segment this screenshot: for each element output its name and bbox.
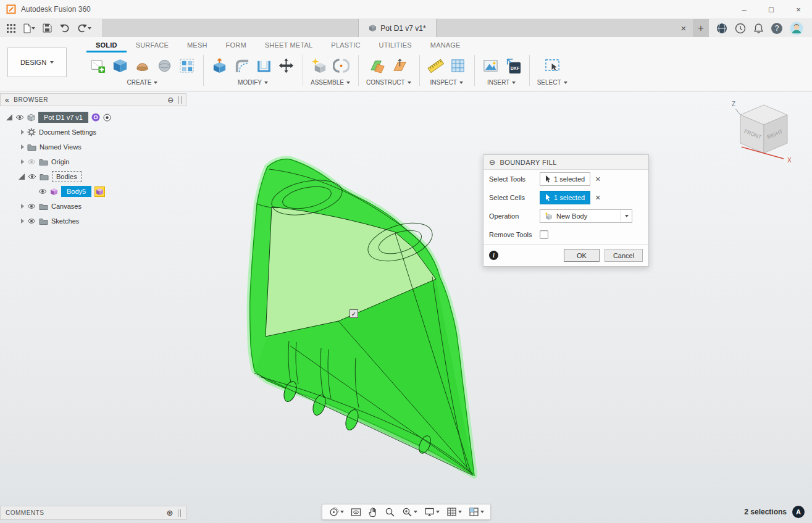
user-avatar[interactable]	[790, 22, 803, 35]
workspace-switcher[interactable]: DESIGN	[7, 48, 67, 77]
sphere-button[interactable]	[156, 57, 173, 74]
collapse-dialog-icon[interactable]: ⊖	[489, 158, 495, 167]
new-tab-button[interactable]: +	[693, 19, 709, 37]
modify-group-button[interactable]: MODIFY	[238, 79, 268, 86]
clear-cells-button[interactable]: ×	[595, 193, 600, 203]
expand-icon[interactable]	[21, 130, 24, 135]
visibility-eye-icon[interactable]	[27, 218, 36, 224]
view-cube[interactable]: Z FRONT RIGHT X	[727, 96, 801, 167]
pan-button[interactable]	[366, 504, 380, 519]
minimize-button[interactable]: –	[730, 0, 758, 19]
look-at-button[interactable]	[348, 504, 364, 519]
revolve-button[interactable]	[134, 57, 151, 74]
visibility-eye-icon[interactable]	[38, 188, 47, 195]
press-pull-button[interactable]	[211, 57, 228, 74]
tab-mesh[interactable]: MESH	[178, 37, 217, 52]
expand-icon[interactable]	[19, 174, 25, 180]
maximize-button[interactable]: □	[758, 0, 785, 19]
tab-form[interactable]: FORM	[217, 37, 256, 52]
visibility-eye-off-icon[interactable]	[27, 159, 36, 165]
assemble-group-button[interactable]: ASSEMBLE	[311, 79, 350, 86]
browser-item-body5[interactable]: Body5	[0, 184, 186, 199]
job-status-clock-icon[interactable]	[735, 23, 746, 34]
expand-icon[interactable]	[21, 219, 24, 224]
browser-item-document-settings[interactable]: Document Settings	[0, 125, 186, 140]
document-tab[interactable]: Pot D1 v7 v1*	[358, 19, 436, 37]
remove-tools-checkbox[interactable]	[540, 230, 548, 239]
collapse-browser-icon[interactable]: «	[5, 96, 9, 104]
body5-label[interactable]: Body5	[61, 186, 91, 197]
shell-button[interactable]	[256, 57, 272, 74]
save-button[interactable]	[41, 21, 54, 36]
tab-plastic[interactable]: PLASTIC	[322, 37, 369, 52]
cancel-button[interactable]: Cancel	[605, 249, 643, 262]
insert-canvas-button[interactable]	[482, 57, 499, 74]
offset-plane-button[interactable]	[391, 57, 408, 74]
viewports-button[interactable]	[466, 504, 487, 519]
expand-icon[interactable]	[21, 144, 24, 149]
joint-button[interactable]	[333, 57, 349, 74]
browser-item-named-views[interactable]: Named Views	[0, 140, 186, 154]
activate-component-radio[interactable]	[103, 114, 111, 122]
tab-solid[interactable]: SOLID	[86, 37, 127, 52]
browser-item-origin[interactable]: Origin	[0, 154, 186, 169]
create-sketch-button[interactable]	[90, 57, 106, 74]
browser-item-root[interactable]: Pot D1 v7 v1	[0, 110, 186, 125]
visibility-eye-icon[interactable]	[27, 203, 36, 209]
construct-plane-button[interactable]	[369, 57, 386, 74]
panel-grip[interactable]	[178, 96, 182, 104]
insert-group-button[interactable]: INSERT	[487, 79, 516, 86]
help-icon[interactable]: ?	[771, 23, 782, 34]
notifications-bell-icon[interactable]	[753, 23, 764, 34]
info-icon[interactable]: i	[489, 251, 498, 260]
tab-surface[interactable]: SURFACE	[127, 37, 178, 52]
orbit-button[interactable]	[326, 504, 346, 519]
operation-caret[interactable]	[621, 210, 632, 222]
tab-utilities[interactable]: UTILITIES	[370, 37, 421, 52]
expand-icon[interactable]	[21, 204, 24, 209]
root-document-label[interactable]: Pot D1 v7 v1	[38, 112, 88, 123]
clear-tools-button[interactable]: ×	[595, 174, 600, 184]
expand-icon[interactable]	[21, 159, 24, 164]
create-group-button[interactable]: CREATE	[127, 79, 158, 86]
tab-manage[interactable]: MANAGE	[421, 37, 470, 52]
pattern-button[interactable]	[178, 57, 195, 74]
visibility-eye-icon[interactable]	[28, 174, 36, 180]
ok-button[interactable]: OK	[564, 249, 600, 262]
zoom-button[interactable]	[382, 504, 398, 519]
visibility-eye-icon[interactable]	[15, 114, 24, 120]
tab-close-button[interactable]: ×	[677, 19, 690, 37]
extensions-icon[interactable]	[716, 23, 727, 34]
file-menu-button[interactable]	[21, 21, 37, 36]
assistant-badge[interactable]: A	[792, 506, 805, 518]
select-button[interactable]	[544, 57, 561, 74]
section-analysis-button[interactable]	[450, 57, 466, 74]
add-comment-button[interactable]: ⊕	[167, 508, 174, 517]
new-component-button[interactable]	[311, 57, 327, 74]
select-group-button[interactable]: SELECT	[537, 79, 567, 86]
browser-item-bodies[interactable]: Bodies	[0, 169, 186, 184]
comments-panel[interactable]: COMMENTS ⊕	[0, 506, 186, 520]
dialog-header[interactable]: ⊖ BOUNDARY FILL	[483, 155, 648, 170]
select-tools-button[interactable]: 1 selected	[540, 172, 590, 186]
fillet-button[interactable]	[233, 57, 250, 74]
insert-dxf-button[interactable]: DXF	[504, 57, 521, 74]
redo-button[interactable]	[75, 21, 93, 36]
display-settings-button[interactable]	[422, 504, 442, 519]
construct-group-button[interactable]: CONSTRUCT	[366, 79, 411, 86]
undo-button[interactable]	[57, 21, 72, 36]
app-grid-button[interactable]	[5, 21, 17, 36]
close-button[interactable]: ×	[785, 0, 812, 19]
browser-item-sketches[interactable]: Sketches	[0, 214, 186, 228]
expand-icon[interactable]	[6, 114, 12, 120]
browser-item-canvases[interactable]: Canvases	[0, 199, 186, 214]
viewport-canvas[interactable]: ✓ « BROWSER ⊖ Pot D1 v7 v1	[0, 91, 812, 523]
panel-grip[interactable]	[178, 509, 181, 517]
hide-panel-button[interactable]: ⊖	[167, 96, 174, 104]
measure-button[interactable]	[427, 57, 444, 74]
box-button[interactable]	[112, 57, 128, 74]
tab-sheet-metal[interactable]: SHEET METAL	[256, 37, 322, 52]
grid-snaps-button[interactable]	[444, 504, 464, 519]
select-cells-button[interactable]: 1 selected	[540, 191, 590, 204]
inspect-group-button[interactable]: INSPECT	[430, 79, 463, 86]
